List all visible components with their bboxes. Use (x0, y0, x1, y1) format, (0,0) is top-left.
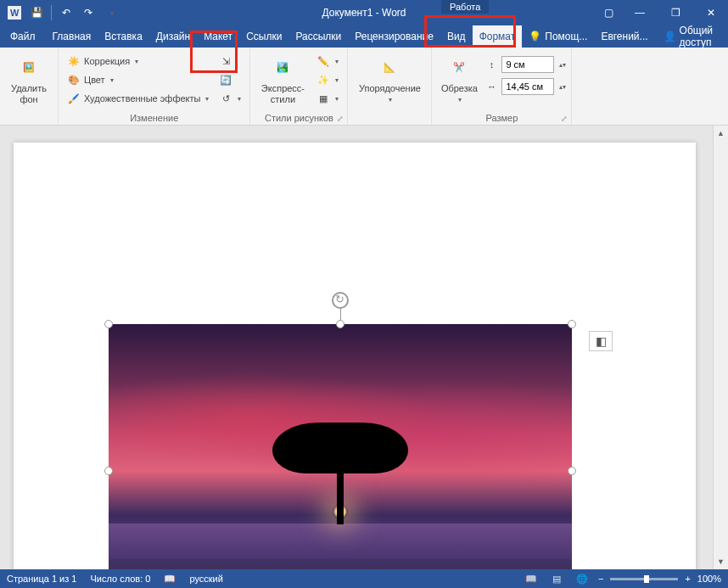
vertical-scrollbar[interactable]: ▲ ▼ (713, 126, 728, 569)
minimize-button[interactable]: — (623, 0, 657, 25)
height-input[interactable] (501, 56, 554, 73)
crop-label: Обрезка (441, 83, 478, 94)
reset-picture-button[interactable]: ↺▾ (216, 90, 244, 107)
height-icon: ↕ (484, 58, 498, 71)
zoom-slider[interactable] (610, 578, 678, 580)
word-icon[interactable]: W (5, 3, 24, 22)
brightness-icon: ☀️ (67, 54, 81, 68)
compress-pictures-button[interactable]: ⇲ (216, 53, 244, 70)
redo-icon[interactable]: ↷ (79, 3, 98, 22)
picture-styles-button[interactable]: 🏞️ Экспресс-стили (255, 49, 310, 105)
arrange-icon: 📐 (376, 54, 403, 81)
chevron-down-icon: ▾ (205, 95, 209, 103)
read-mode-icon[interactable]: 📖 (522, 571, 540, 586)
remove-background-button[interactable]: 🖼️ Удалить фон (5, 49, 53, 105)
resize-handle-tl[interactable] (104, 320, 113, 328)
share-icon: 👤 (664, 31, 676, 42)
arrange-button[interactable]: 📐 Упорядочение▾ (353, 49, 426, 104)
image-content (109, 324, 572, 569)
artistic-effects-button[interactable]: 🖌️Художественные эффекты▾ (64, 90, 212, 107)
reset-icon: ↺ (219, 92, 232, 105)
lightbulb-icon: 💡 (529, 31, 541, 42)
color-label: Цвет (84, 75, 105, 85)
width-input[interactable] (501, 78, 554, 95)
crop-button[interactable]: ✂️ Обрезка▾ (437, 49, 481, 104)
group-size: ✂️ Обрезка▾ ↕ ▴▾ ↔ ▴▾ Размер ⤢ (432, 48, 572, 125)
resize-handle-ml[interactable] (104, 467, 113, 475)
tab-references[interactable]: Ссылки (239, 25, 288, 48)
qat-customize-icon[interactable]: ▾ (103, 3, 121, 22)
change-picture-icon: 🔄 (219, 73, 232, 87)
corrections-button[interactable]: ☀️Коррекция▾ (64, 53, 212, 70)
tab-home[interactable]: Главная (46, 25, 98, 48)
arrange-label: Упорядочение (359, 83, 421, 94)
language-indicator[interactable]: русский (189, 574, 222, 584)
styles-icon: 🏞️ (269, 54, 296, 81)
tab-review[interactable]: Рецензирование (348, 25, 440, 48)
spinner-icon[interactable]: ▴▾ (559, 61, 566, 69)
spinner-icon[interactable]: ▴▾ (559, 83, 566, 91)
save-icon[interactable]: 💾 (27, 3, 46, 22)
tell-me-search[interactable]: 💡Помощ... (522, 31, 594, 42)
artistic-label: Художественные эффекты (84, 93, 200, 104)
tab-design[interactable]: Дизайн (149, 25, 197, 48)
tab-mailings[interactable]: Рассылки (288, 25, 348, 48)
scroll-up-icon[interactable]: ▲ (714, 126, 728, 141)
tab-format[interactable]: Формат (473, 25, 523, 48)
pic-effects-icon: ✨ (316, 73, 330, 87)
ribbon-options-icon[interactable]: ▢ (596, 0, 621, 25)
undo-icon[interactable]: ↶ (57, 3, 76, 22)
rotate-handle[interactable] (332, 292, 349, 309)
zoom-level[interactable]: 100% (697, 574, 721, 584)
document-area[interactable]: ◧ ▲ ▼ (0, 126, 728, 569)
change-picture-button[interactable]: 🔄 (216, 71, 244, 88)
close-button[interactable]: ✕ (694, 0, 728, 25)
share-button[interactable]: 👤Общий доступ (655, 25, 728, 48)
layout-options-button[interactable]: ◧ (589, 331, 613, 351)
print-layout-icon[interactable]: ▤ (547, 571, 566, 586)
compress-icon: ⇲ (219, 54, 232, 68)
height-input-row: ↕ ▴▾ (484, 56, 566, 73)
word-count[interactable]: Число слов: 0 (90, 574, 150, 584)
context-tab-label: Работа (441, 0, 489, 14)
group-label-size: Размер (437, 113, 566, 125)
tell-me-label: Помощ... (545, 31, 587, 42)
picture-border-button[interactable]: ✏️▾ (313, 53, 342, 70)
effects-icon: 🖌️ (67, 92, 81, 105)
ribbon: 🖼️ Удалить фон ☀️Коррекция▾ 🎨Цвет▾ 🖌️Худ… (0, 48, 728, 126)
share-label: Общий доступ (680, 25, 720, 48)
user-name[interactable]: Евгений... (594, 31, 654, 42)
web-layout-icon[interactable]: 🌐 (573, 571, 591, 586)
resize-handle-tm[interactable] (336, 320, 344, 328)
page-indicator[interactable]: Страница 1 из 1 (7, 574, 76, 584)
scroll-down-icon[interactable]: ▼ (714, 554, 728, 569)
dialog-launcher-size[interactable]: ⤢ (561, 115, 568, 123)
group-label-adjust: Изменение (64, 113, 244, 125)
separator (51, 5, 52, 20)
group-label-styles: Стили рисунков (255, 113, 342, 125)
tab-layout[interactable]: Макет (197, 25, 239, 48)
file-tab[interactable]: Файл (0, 25, 46, 48)
zoom-thumb[interactable] (644, 575, 649, 583)
zoom-out-button[interactable]: − (598, 574, 603, 584)
group-remove-bg: 🖼️ Удалить фон (0, 48, 59, 125)
resize-handle-mr[interactable] (568, 467, 576, 475)
tab-insert[interactable]: Вставка (98, 25, 149, 48)
quick-access-toolbar: W 💾 ↶ ↷ ▾ (0, 3, 126, 22)
resize-handle-tr[interactable] (568, 320, 576, 328)
color-button[interactable]: 🎨Цвет▾ (64, 71, 212, 88)
dialog-launcher-styles[interactable]: ⤢ (337, 115, 344, 123)
width-icon: ↔ (484, 80, 498, 93)
restore-button[interactable]: ❐ (658, 0, 692, 25)
title-bar: W 💾 ↶ ↷ ▾ Документ1 - Word Работа ▢ — ❐ … (0, 0, 728, 25)
selected-image[interactable] (109, 324, 572, 569)
chevron-down-icon: ▾ (389, 96, 392, 104)
proofing-icon[interactable]: 📖 (164, 574, 176, 585)
width-input-row: ↔ ▴▾ (484, 78, 566, 95)
picture-layout-button[interactable]: ▦▾ (313, 90, 342, 107)
svg-text:W: W (10, 8, 20, 18)
picture-effects-button[interactable]: ✨▾ (313, 71, 342, 88)
zoom-in-button[interactable]: + (685, 574, 690, 584)
tab-view[interactable]: Вид (440, 25, 473, 48)
pic-layout-icon: ▦ (316, 92, 330, 105)
